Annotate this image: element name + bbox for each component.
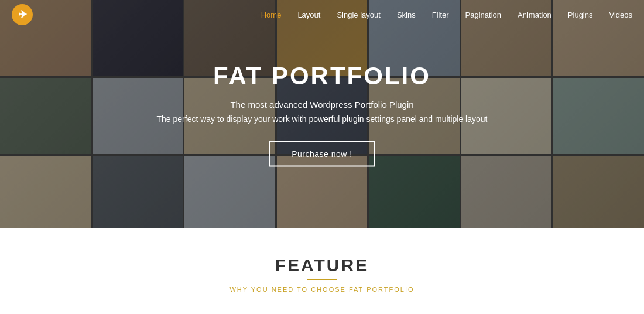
purchase-button[interactable]: Purchase now !	[269, 141, 375, 167]
logo[interactable]: ✈	[12, 4, 33, 25]
feature-title: FEATURE	[275, 255, 369, 275]
logo-icon: ✈	[18, 8, 27, 21]
hero-section: ✈ Home Layout Single layout Skins Filter…	[0, 0, 644, 228]
feature-subtitle: WHY YOU NEED TO CHOOSE FAT PORTFOLIO	[229, 286, 414, 293]
nav-menu: Home Layout Single layout Skins Filter P…	[261, 11, 632, 19]
hero-title: FAT PORTFOLIO	[88, 62, 556, 90]
nav-item-animation[interactable]: Animation	[518, 11, 551, 19]
nav-item-skins[interactable]: Skins	[397, 11, 416, 19]
nav-item-home[interactable]: Home	[261, 11, 282, 19]
nav-item-videos[interactable]: Videos	[609, 11, 632, 19]
feature-section: FEATURE WHY YOU NEED TO CHOOSE FAT PORTF…	[0, 228, 644, 314]
nav-item-plugins[interactable]: Plugins	[568, 11, 593, 19]
nav-item-layout[interactable]: Layout	[297, 11, 320, 19]
nav-item-pagination[interactable]: Pagination	[465, 11, 501, 19]
nav-item-single-layout[interactable]: Single layout	[337, 11, 380, 19]
navigation-bar: ✈ Home Layout Single layout Skins Filter…	[0, 0, 644, 29]
hero-description: The perfect way to display your work wit…	[88, 114, 556, 124]
nav-item-filter[interactable]: Filter	[432, 11, 449, 19]
hero-subtitle: The most advanced Wordpress Portfolio Pl…	[88, 100, 556, 110]
hero-content: FAT PORTFOLIO The most advanced Wordpres…	[88, 62, 556, 167]
feature-underline	[307, 279, 337, 280]
